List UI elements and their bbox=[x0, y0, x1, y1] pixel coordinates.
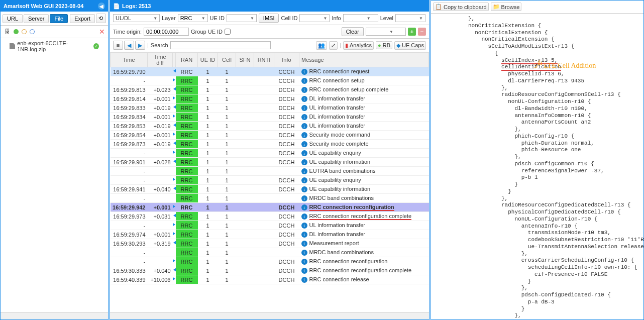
table-row[interactable]: -RRC11DCCHiUE capability enquiry bbox=[111, 176, 429, 185]
collapse-left-icon[interactable]: ◀ bbox=[98, 3, 105, 10]
nav-prev-icon[interactable]: ◀ bbox=[124, 41, 134, 50]
uldl-select[interactable]: UL/DL▼ bbox=[113, 14, 160, 22]
table-row[interactable]: 16:59:29.873+0.019RRC11DCCHiSecurity mod… bbox=[111, 140, 429, 149]
info-icon: i bbox=[301, 259, 307, 265]
add-filter-icon[interactable]: + bbox=[408, 28, 416, 36]
status-reload-icon[interactable] bbox=[30, 29, 35, 34]
app-title: Amarisoft Web GUI 2023-08-04 bbox=[4, 3, 83, 9]
col-tdiff[interactable]: Time diff bbox=[148, 53, 173, 67]
analytics-button[interactable]: ▮Analytics bbox=[343, 41, 374, 50]
col-time[interactable]: Time bbox=[111, 53, 148, 67]
col-info[interactable]: Info bbox=[274, 53, 299, 67]
refresh-button[interactable]: ⟲ bbox=[96, 14, 106, 23]
table-row[interactable]: -RRC11iEUTRA band combinations bbox=[111, 167, 429, 176]
log-message: RRC connection setup bbox=[309, 77, 365, 83]
imsi-button[interactable]: IMSI bbox=[259, 14, 279, 23]
info-icon: i bbox=[301, 150, 307, 156]
table-row[interactable]: -RRC11DCCHiUE capability enquiry bbox=[111, 149, 429, 158]
info-icon: i bbox=[301, 223, 307, 229]
layer-label: Layer bbox=[162, 15, 176, 21]
people-icon[interactable]: 👥 bbox=[316, 41, 327, 50]
col-rnti[interactable]: RNTI bbox=[254, 53, 274, 67]
table-row[interactable]: -RRC11iMRDC band combinations bbox=[111, 194, 429, 203]
arrow-right-icon bbox=[173, 78, 175, 82]
tab-server[interactable]: Server bbox=[24, 14, 49, 23]
ueid-select[interactable]: ▼ bbox=[227, 14, 257, 22]
nav-first-icon[interactable]: ≡ bbox=[113, 41, 123, 50]
nav-next-icon[interactable]: ▶ bbox=[135, 41, 145, 50]
table-row[interactable]: 16:59:29.941+0.040RRC11DCCHiUE capabilit… bbox=[111, 185, 429, 194]
logs-title: Logs: 2513 bbox=[122, 3, 151, 9]
table-row[interactable]: -RRC11CCCHiRRC connection setup bbox=[111, 76, 429, 85]
table-row[interactable]: 16:59:29.942+0.001RRC11DCCHiRRC connecti… bbox=[111, 203, 429, 212]
table-row[interactable]: 16:59:29.854+0.001RRC11DCCHiSecurity mod… bbox=[111, 131, 429, 140]
browse-button[interactable]: 📁Browse bbox=[491, 3, 522, 11]
table-row[interactable]: 16:59:29.853+0.019RRC11DCCHiUL informati… bbox=[111, 122, 429, 131]
rb-icon: ● bbox=[378, 42, 381, 48]
table-row[interactable]: 16:59:29.834+0.001RRC11DCCHiDL informati… bbox=[111, 113, 429, 122]
level-select[interactable]: ▼ bbox=[395, 14, 425, 22]
copy-clipboard-button[interactable]: 📋Copy to clipboard bbox=[433, 3, 489, 11]
table-row[interactable]: 16:59:30.293+0.319RRC11DCCHiMeasurement … bbox=[111, 239, 429, 248]
table-row[interactable]: -RRC11iMRDC band combinations bbox=[111, 248, 429, 257]
table-row[interactable]: 16:59:29.813+0.023RRC11DCCHiRRC connecti… bbox=[111, 85, 429, 94]
log-message: MRDC band combinations bbox=[309, 195, 374, 201]
table-row[interactable]: 16:59:29.814+0.001RRC11DCCHiDL informati… bbox=[111, 94, 429, 103]
file-entry[interactable]: enb-export-6CCLTE-1NR.log.zip ✓ bbox=[1, 38, 108, 54]
rb-button[interactable]: ●RB bbox=[376, 41, 392, 49]
col-sfn[interactable]: SFN bbox=[236, 53, 254, 67]
info-icon: i bbox=[301, 78, 307, 84]
zip-file-icon bbox=[10, 43, 15, 49]
close-file-icon[interactable]: ✕ bbox=[99, 28, 105, 36]
col-ran[interactable]: RAN bbox=[176, 53, 198, 67]
log-message: RRC connection request bbox=[309, 68, 370, 74]
table-row[interactable]: 16:59:29.973+0.031RRC11DCCHiRRC connecti… bbox=[111, 212, 429, 221]
time-origin-input[interactable] bbox=[144, 28, 189, 36]
info-icon: i bbox=[301, 268, 307, 274]
tab-url[interactable]: URL bbox=[3, 14, 23, 23]
status-warn-icon[interactable] bbox=[22, 29, 27, 34]
table-row[interactable]: -RRC11DCCHiUL information transfer bbox=[111, 221, 429, 230]
info-select[interactable]: ▼ bbox=[343, 14, 378, 22]
table-row[interactable]: 16:59:29.790RRC11CCCHiRRC connection req… bbox=[111, 67, 429, 76]
remove-filter-icon[interactable]: − bbox=[418, 28, 426, 36]
logs-hscrollbar[interactable] bbox=[110, 312, 429, 319]
clear-button[interactable]: Clear bbox=[342, 27, 364, 36]
table-row[interactable]: 16:59:30.333+0.040RRC11DCCHiRRC connecti… bbox=[111, 266, 429, 275]
col-msg[interactable]: Message bbox=[299, 53, 429, 67]
info-icon: i bbox=[301, 168, 307, 174]
export-button[interactable]: Export bbox=[70, 14, 95, 23]
search-input[interactable] bbox=[170, 41, 271, 49]
logs-icon: 📄 bbox=[113, 3, 120, 10]
group-ueid-checkbox[interactable] bbox=[225, 29, 231, 35]
log-table-wrap[interactable]: Time Time diff RAN UE ID Cell SFN RNTI I… bbox=[110, 52, 429, 312]
left-hscrollbar[interactable] bbox=[1, 312, 108, 319]
table-row[interactable]: 16:59:29.901+0.028RRC11DCCHiUE capabilit… bbox=[111, 158, 429, 167]
cellid-select[interactable]: ▼ bbox=[299, 14, 330, 22]
table-row[interactable]: 16:59:29.974+0.001RRC11DCCHiDL informati… bbox=[111, 230, 429, 239]
left-panel-header: Amarisoft Web GUI 2023-08-04 ◀ bbox=[1, 1, 108, 12]
tab-file[interactable]: File bbox=[50, 14, 68, 23]
arrow-right-icon bbox=[173, 150, 175, 154]
file-icon[interactable]: 🗄 bbox=[4, 28, 11, 35]
layer-select[interactable]: ▼ bbox=[178, 14, 208, 22]
info-icon: i bbox=[301, 141, 307, 147]
clear-select[interactable]: ▼ bbox=[366, 28, 406, 36]
log-message: RRC connection release bbox=[309, 276, 369, 282]
log-message: EUTRA band combinations bbox=[309, 168, 376, 174]
table-row[interactable]: 16:59:40.339+10.006RRC11DCCHiRRC connect… bbox=[111, 275, 429, 284]
status-ok-icon[interactable] bbox=[14, 29, 19, 34]
chevron-down-icon: ▼ bbox=[419, 16, 423, 21]
col-cell[interactable]: Cell bbox=[218, 53, 236, 67]
table-row[interactable]: -RRC11DCCHiRRC connection reconfiguratio… bbox=[111, 257, 429, 266]
log-message: UE capability enquiry bbox=[309, 177, 361, 183]
table-row[interactable]: 16:59:29.833+0.019RRC11DCCHiUL informati… bbox=[111, 103, 429, 113]
uecaps-button[interactable]: ◆UE Caps bbox=[394, 41, 426, 50]
col-ueid[interactable]: UE ID bbox=[198, 53, 218, 67]
uecaps-icon: ◆ bbox=[396, 42, 400, 49]
arrow-right-icon bbox=[173, 132, 175, 136]
log-message: UE capability information bbox=[309, 186, 371, 192]
log-message: DL information transfer bbox=[309, 114, 365, 120]
file-name: enb-export-6CCLTE-1NR.log.zip bbox=[17, 40, 91, 52]
expand-icon[interactable]: ⤢ bbox=[329, 41, 338, 50]
